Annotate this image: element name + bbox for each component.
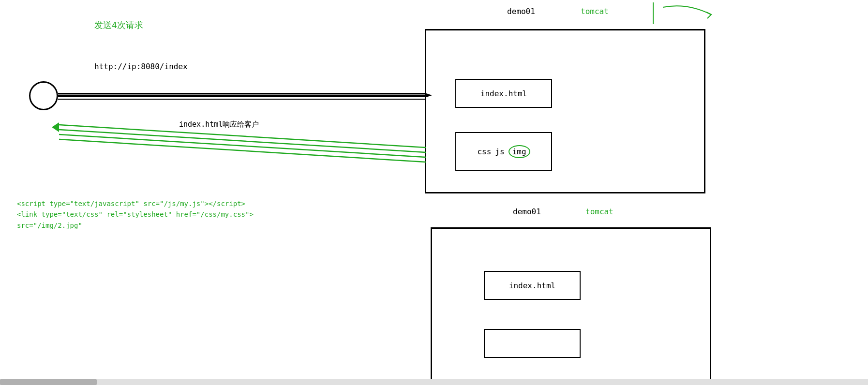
index-html-box-top: index.html (455, 79, 552, 108)
server-box-bottom (431, 227, 711, 382)
demo01-label-top: demo01 (507, 7, 535, 16)
index-html-label-bottom: index.html (509, 281, 555, 290)
svg-line-6 (59, 139, 426, 162)
css-js-img-box-top: css js img (455, 132, 552, 171)
scrollbar[interactable] (0, 379, 868, 385)
tomcat-label-top: tomcat (581, 7, 609, 16)
url-label: http://ip:8080/index (94, 62, 188, 71)
css-label: css (477, 147, 491, 156)
scrollbar-thumb[interactable] (0, 379, 97, 385)
code-line-2: <link type="text/css" rel="stylesheet" h… (17, 209, 254, 220)
tomcat-label-bottom: tomcat (585, 207, 614, 216)
code-line-1: <script type="text/javascript" src="/js/… (17, 198, 254, 209)
tomcat-arrow-top-icon (624, 0, 721, 29)
send-requests-label: 发送4次请求 (94, 19, 143, 31)
server-box-top: index.html css js img (425, 29, 705, 193)
code-line-3: src="/img/2.jpg" (17, 220, 254, 231)
index-html-box-bottom: index.html (484, 271, 581, 300)
js-label: js (495, 147, 504, 156)
svg-line-4 (59, 130, 426, 152)
css-js-img-box-bottom (484, 329, 581, 358)
svg-marker-7 (52, 122, 59, 132)
client-browser-icon (29, 81, 58, 110)
index-html-label-top: index.html (480, 89, 527, 98)
code-block: <script type="text/javascript" src="/js/… (17, 198, 254, 231)
svg-line-5 (59, 134, 426, 157)
img-label: img (509, 145, 530, 158)
response-label: index.html响应给客户 (179, 120, 259, 129)
demo01-label-bottom: demo01 (513, 207, 541, 216)
